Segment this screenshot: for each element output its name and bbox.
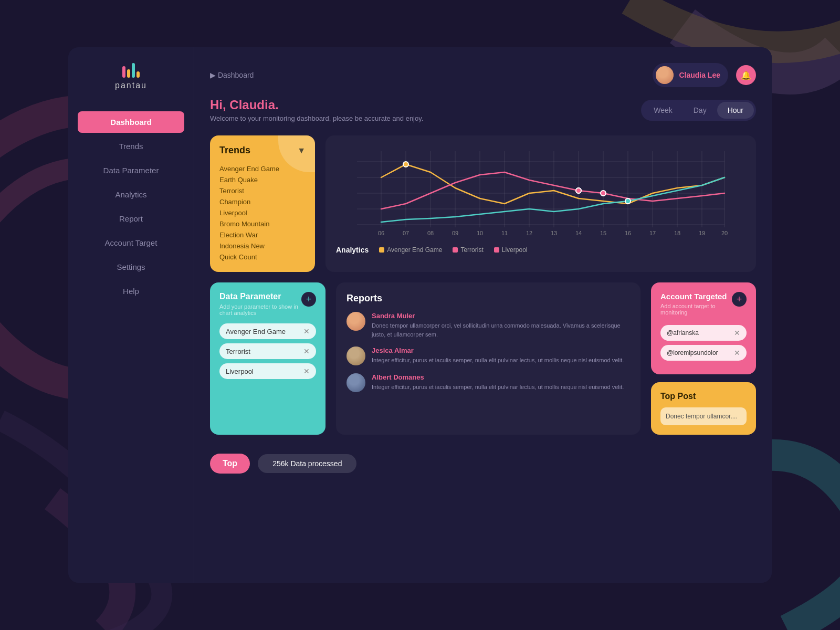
sidebar-item-dashboard[interactable]: Dashboard: [78, 111, 184, 133]
sidebar-item-settings[interactable]: Settings: [78, 256, 184, 278]
username: Claudia Lee: [679, 71, 720, 79]
report-name-3: Albert Domanes: [372, 373, 624, 381]
report-text-1: Donec tempor ullamcorper orci, vel solli…: [372, 321, 630, 339]
report-item-3: Albert Domanes Integer efficitur, purus …: [346, 373, 630, 392]
account-tag-2: @loremipsundolor ✕: [660, 345, 747, 361]
top-button[interactable]: Top: [210, 454, 250, 474]
remove-account-1[interactable]: ✕: [734, 329, 740, 337]
top-post-title: Top Post: [660, 392, 747, 401]
add-param-button[interactable]: +: [301, 292, 316, 307]
bottom-row: Data Parameter Add your parameter to sho…: [210, 282, 756, 435]
svg-text:17: 17: [649, 230, 656, 236]
add-account-button[interactable]: +: [732, 292, 747, 307]
logo-area: pantau: [115, 63, 147, 90]
trend-item-3[interactable]: Terrorist: [219, 185, 306, 196]
welcome-text: Hi, Claudia. Welcome to your monitoring …: [210, 98, 423, 122]
legend-item-2: Terrorist: [453, 246, 483, 254]
sidebar-item-account-target[interactable]: Account Target: [78, 232, 184, 254]
reports-title: Reports: [346, 293, 630, 304]
svg-text:13: 13: [551, 230, 557, 236]
trend-item-9[interactable]: Quick Count: [219, 251, 306, 262]
analytics-label: Analytics: [336, 246, 369, 254]
svg-point-38: [576, 188, 581, 193]
right-column: Account Targeted Add account target to m…: [651, 282, 756, 435]
svg-text:18: 18: [674, 230, 680, 236]
main-container: pantau Dashboard Trends Data Parameter A…: [68, 47, 772, 583]
user-profile[interactable]: Claudia Lee: [653, 63, 728, 87]
content-area: ▶ Dashboard Claudia Lee 🔔 Hi, Claudia.: [194, 47, 772, 583]
trend-item-8[interactable]: Indonesia New: [219, 240, 306, 251]
trend-item-7[interactable]: Election War: [219, 229, 306, 240]
report-text-3: Integer efficitur, purus et iaculis semp…: [372, 383, 624, 392]
remove-tag-2[interactable]: ✕: [303, 347, 310, 355]
svg-text:12: 12: [526, 230, 532, 236]
post-preview[interactable]: Donec tempor ullamcor....: [660, 407, 747, 425]
report-text-2: Integer efficitur, purus et iaculis semp…: [372, 356, 624, 365]
header: ▶ Dashboard Claudia Lee 🔔: [210, 63, 756, 87]
svg-text:09: 09: [452, 230, 458, 236]
report-avatar-3: [346, 373, 365, 392]
trend-item-5[interactable]: Liverpool: [219, 207, 306, 218]
top-cards-row: Trends ▼ Avenger End Game Earth Quake Te…: [210, 135, 756, 272]
svg-text:16: 16: [625, 230, 631, 236]
avatar: [656, 66, 674, 84]
data-param-card: Data Parameter Add your parameter to sho…: [210, 282, 326, 435]
data-param-title: Data Parameter: [219, 292, 301, 301]
top-post-card: Top Post Donec tempor ullamcor....: [651, 382, 756, 435]
logo-text: pantau: [115, 81, 147, 90]
hour-button[interactable]: Hour: [717, 102, 754, 119]
nav-items: Dashboard Trends Data Parameter Analytic…: [68, 111, 194, 304]
legend-item-1: Avenger End Game: [379, 246, 442, 254]
breadcrumb-arrow: ▶: [210, 71, 218, 79]
sidebar-item-help[interactable]: Help: [78, 280, 184, 302]
svg-text:10: 10: [477, 230, 483, 236]
welcome-section: Hi, Claudia. Welcome to your monitoring …: [210, 98, 756, 122]
sidebar-item-analytics[interactable]: Analytics: [78, 184, 184, 205]
week-button[interactable]: Week: [643, 102, 683, 119]
svg-text:11: 11: [501, 230, 508, 236]
report-avatar-1: [346, 312, 365, 331]
remove-tag-1[interactable]: ✕: [303, 327, 310, 335]
legend-item-3: Liverpool: [494, 246, 528, 254]
data-count: 256k Data processed: [258, 454, 356, 473]
welcome-message: Welcome to your monitoring dashboard, pl…: [210, 114, 423, 122]
sidebar-item-trends[interactable]: Trends: [78, 135, 184, 157]
sidebar-item-report[interactable]: Report: [78, 208, 184, 229]
remove-tag-3[interactable]: ✕: [303, 367, 310, 375]
tag-item-2: Terrorist ✕: [219, 343, 316, 359]
trend-item-6[interactable]: Bromo Mountain: [219, 218, 306, 229]
reports-card: Reports Sandra Muler Donec tempor ullamc…: [336, 282, 640, 435]
analytics-card: 06 07 08 09 10 11 12 13 14 15 16 17 18 1…: [326, 135, 756, 272]
chart-svg: 06 07 08 09 10 11 12 13 14 15 16 17 18 1…: [336, 146, 746, 240]
bell-button[interactable]: 🔔: [736, 65, 756, 85]
trend-item-4[interactable]: Champion: [219, 196, 306, 207]
report-item-1: Sandra Muler Donec tempor ullamcorper or…: [346, 312, 630, 339]
chart-area: 06 07 08 09 10 11 12 13 14 15 16 17 18 1…: [336, 146, 746, 240]
account-title: Account Targeted: [660, 292, 732, 301]
svg-point-35: [403, 162, 408, 167]
account-card: Account Targeted Add account target to m…: [651, 282, 756, 374]
svg-text:07: 07: [403, 230, 409, 236]
bottom-section: Data Parameter Add your parameter to sho…: [210, 282, 756, 474]
header-right: Claudia Lee 🔔: [653, 63, 756, 87]
trends-title: Trends: [219, 145, 250, 156]
day-button[interactable]: Day: [683, 102, 717, 119]
remove-account-2[interactable]: ✕: [734, 349, 740, 357]
sidebar: pantau Dashboard Trends Data Parameter A…: [68, 47, 194, 583]
chart-footer: Analytics Avenger End Game Terrorist Liv…: [336, 246, 746, 254]
time-buttons: Week Day Hour: [641, 100, 756, 121]
trend-item-2[interactable]: Earth Quake: [219, 174, 306, 185]
report-avatar-2: [346, 346, 365, 365]
report-name-1: Sandra Muler: [372, 312, 630, 320]
bell-icon: 🔔: [741, 70, 751, 80]
svg-text:14: 14: [575, 230, 582, 236]
sidebar-item-data-parameter[interactable]: Data Parameter: [78, 160, 184, 181]
account-subtitle: Add account target to monitoring: [660, 303, 732, 316]
breadcrumb: ▶ Dashboard: [210, 71, 254, 79]
svg-text:08: 08: [427, 230, 434, 236]
account-tag-1: @afrianska ✕: [660, 325, 747, 341]
svg-text:06: 06: [378, 230, 384, 236]
report-name-2: Jesica Almar: [372, 346, 624, 354]
svg-text:15: 15: [600, 230, 606, 236]
greeting: Hi, Claudia.: [210, 98, 423, 112]
